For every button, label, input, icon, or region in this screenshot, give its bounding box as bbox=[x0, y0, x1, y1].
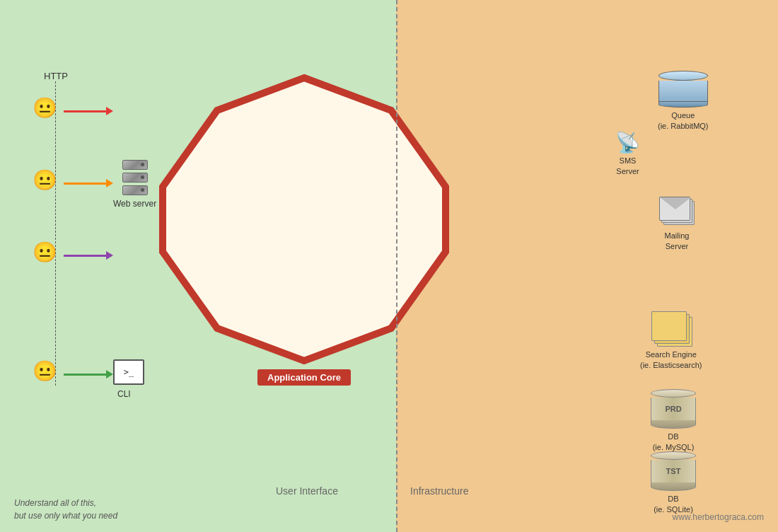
mailing-server-label: Mailing Server bbox=[665, 231, 690, 253]
http-dashed-line bbox=[55, 81, 56, 386]
application-core-container: Application Core bbox=[141, 57, 467, 382]
tst-db-component: TST DB (ie. SQLite) bbox=[651, 451, 696, 516]
cli-label: CLI bbox=[117, 389, 131, 399]
bottom-left-text: Understand all of this, but use only wha… bbox=[14, 497, 117, 522]
user-icon-3: 😐 bbox=[33, 241, 57, 264]
arrow-user3 bbox=[64, 251, 113, 260]
arrow-user2 bbox=[64, 179, 113, 187]
antenna-icon: 📡 bbox=[615, 133, 640, 153]
user-icon-4: 😐 bbox=[33, 359, 57, 383]
mailing-server-component: Mailing Server bbox=[659, 197, 695, 253]
prd-db-top-label: PRD bbox=[665, 405, 681, 413]
tst-db-icon: TST bbox=[651, 451, 696, 491]
cli-icon: >_ bbox=[113, 359, 144, 385]
arrow-user4 bbox=[64, 370, 113, 378]
svg-marker-0 bbox=[163, 78, 446, 361]
app-core-label: Application Core bbox=[257, 369, 351, 386]
tst-db-top-label: TST bbox=[666, 467, 681, 475]
sms-server-component: 📡 SMS Server bbox=[615, 133, 640, 178]
left-panel-label: User Interface bbox=[276, 485, 338, 497]
search-engine-icon bbox=[650, 311, 692, 347]
user-icon-1: 😐 bbox=[33, 96, 57, 120]
queue-component: Queue (ie. RabbitMQ) bbox=[658, 71, 709, 132]
arrow-user1 bbox=[64, 107, 113, 115]
cli-text: >_ bbox=[124, 367, 134, 377]
http-label: HTTP bbox=[44, 71, 68, 81]
mailing-icon bbox=[659, 197, 695, 228]
prd-db-label: DB (ie. MySQL) bbox=[653, 432, 695, 453]
decagon-svg bbox=[141, 57, 467, 382]
right-panel-label: Infrastructure bbox=[410, 485, 468, 497]
search-engine-label: Search Engine (ie. Elasticsearch) bbox=[640, 349, 702, 371]
user-icon-2: 😐 bbox=[33, 168, 57, 192]
panel-divider bbox=[396, 0, 397, 532]
website-label: www.herbertograca.com bbox=[673, 512, 764, 522]
queue-label: Queue (ie. RabbitMQ) bbox=[658, 110, 709, 132]
prd-db-component: PRD DB (ie. MySQL) bbox=[651, 389, 696, 453]
sms-server-label: SMS Server bbox=[616, 156, 639, 178]
prd-db-icon: PRD bbox=[651, 389, 696, 429]
queue-icon bbox=[658, 71, 708, 108]
search-engine-component: Search Engine (ie. Elasticsearch) bbox=[640, 311, 702, 371]
